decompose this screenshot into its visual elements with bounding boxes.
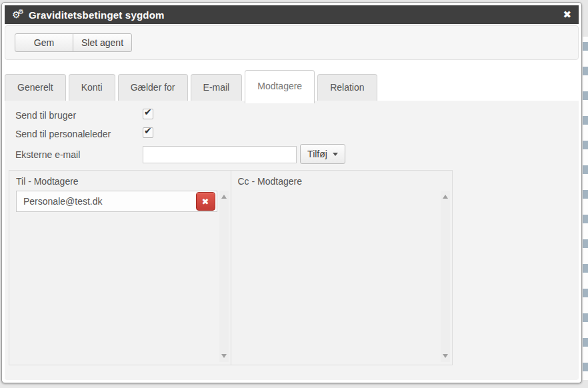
add-email-button[interactable]: Tilføj	[300, 144, 345, 164]
save-button[interactable]: Gem	[15, 33, 73, 52]
cogs-icon: ⚙ ⚙	[12, 9, 25, 21]
chevron-down-icon	[333, 153, 338, 156]
scroll-up-icon[interactable]	[221, 195, 227, 199]
to-panel-scrollbar[interactable]	[219, 191, 229, 362]
checkmark-icon: ✔	[144, 125, 152, 136]
tab-relation[interactable]: Relation	[317, 74, 377, 101]
send-to-manager-label: Send til personaleleder	[15, 129, 111, 139]
scroll-down-icon[interactable]	[443, 354, 448, 358]
background-page-strip	[583, 37, 588, 380]
gear-glyph-small: ⚙	[18, 6, 24, 18]
scroll-down-icon[interactable]	[221, 354, 227, 358]
agent-dialog: ⚙ ⚙ Graviditetsbetinget sygdom ✖ Gem Sle…	[1, 2, 582, 383]
cc-panel-scrollbar[interactable]	[441, 191, 450, 362]
delete-agent-button[interactable]: Slet agent	[73, 33, 132, 52]
dialog-title: Graviditetsbetinget sygdom	[29, 9, 563, 21]
recipients-panels: Til - Modtagere Personale@test.dk ✖ Cc -…	[9, 170, 453, 365]
delete-x-icon: ✖	[202, 197, 209, 207]
toolbar-button-group: Gem Slet agent	[15, 33, 132, 52]
cc-panel-title: Cc - Modtagere	[238, 176, 302, 187]
add-email-button-label: Tilføj	[307, 149, 327, 159]
tab-email[interactable]: E-mail	[191, 74, 243, 101]
tab-gaelder-for[interactable]: Gælder for	[118, 74, 188, 101]
send-to-manager-checkbox[interactable]: ✔	[143, 127, 153, 138]
cc-recipients-panel: Cc - Modtagere	[231, 171, 453, 365]
to-recipient-email: Personale@test.dk	[23, 196, 103, 207]
external-email-label: Eksterne e-mail	[15, 149, 80, 160]
dialog-titlebar: ⚙ ⚙ Graviditetsbetinget sygdom ✖	[5, 5, 579, 24]
tab-generelt[interactable]: Generelt	[5, 74, 66, 101]
to-recipient-row: Personale@test.dk ✖	[16, 191, 217, 212]
tab-strip: Generelt Konti Gælder for E-mail Modtage…	[5, 67, 579, 101]
remove-recipient-button[interactable]: ✖	[196, 192, 215, 211]
to-recipients-panel: Til - Modtagere Personale@test.dk ✖	[9, 171, 231, 365]
close-icon[interactable]: ✖	[563, 10, 571, 20]
external-email-input[interactable]	[143, 146, 297, 163]
tab-modtagere[interactable]: Modtagere	[245, 70, 315, 103]
send-to-user-label: Send til bruger	[15, 110, 76, 121]
scroll-up-icon[interactable]	[443, 195, 448, 199]
checkmark-icon: ✔	[144, 107, 152, 117]
tab-content-modtagere: Send til bruger ✔ Send til personalelede…	[5, 101, 579, 380]
to-panel-title: Til - Modtagere	[16, 176, 79, 187]
toolbar: Gem Slet agent	[5, 25, 579, 60]
send-to-user-checkbox[interactable]: ✔	[143, 109, 153, 119]
tab-konti[interactable]: Konti	[69, 74, 115, 101]
